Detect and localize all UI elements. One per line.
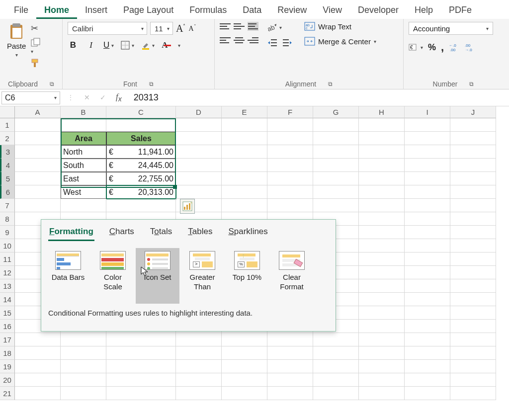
cell[interactable]	[405, 266, 450, 279]
cell[interactable]	[405, 132, 450, 145]
cell[interactable]: North	[61, 145, 106, 159]
cell[interactable]	[267, 132, 313, 145]
cell[interactable]	[176, 132, 222, 145]
cell[interactable]	[450, 266, 496, 279]
dialog-launcher-icon[interactable]: ⧉	[328, 81, 333, 87]
cell[interactable]	[106, 373, 176, 387]
row-header[interactable]: 3	[0, 145, 15, 159]
cell[interactable]	[61, 360, 106, 373]
cell[interactable]	[15, 373, 61, 387]
cell[interactable]	[61, 346, 106, 360]
qa-item-databars[interactable]: Data Bars	[46, 248, 90, 304]
tab-formulas[interactable]: Formulas	[181, 0, 235, 19]
row-header[interactable]: 1	[0, 118, 15, 132]
row-header[interactable]: 20	[0, 373, 15, 387]
cell[interactable]	[267, 333, 313, 346]
cell[interactable]	[405, 185, 450, 199]
cell[interactable]	[450, 185, 496, 199]
align-right-icon[interactable]	[248, 36, 258, 45]
worksheet-grid[interactable]: ABCDEFGHIJ 12AreaSales3North€11,941.004S…	[0, 106, 509, 400]
cell[interactable]	[61, 333, 106, 346]
orientation-button[interactable]: ab▾	[267, 23, 292, 32]
cell[interactable]: €11,941.00	[106, 145, 176, 159]
cell[interactable]	[176, 346, 222, 360]
qa-item-iconset[interactable]: Icon Set	[136, 248, 179, 304]
cell[interactable]	[359, 320, 405, 333]
cell[interactable]	[359, 387, 405, 400]
cell[interactable]: East	[61, 172, 106, 185]
cell[interactable]	[405, 346, 450, 360]
cell[interactable]	[405, 212, 450, 226]
cell[interactable]	[267, 360, 313, 373]
format-painter-icon[interactable]	[31, 59, 41, 68]
row-header[interactable]: 6	[0, 185, 15, 199]
font-color-button[interactable]: A▾	[162, 40, 180, 50]
row-header[interactable]: 15	[0, 306, 15, 320]
cell[interactable]	[450, 320, 496, 333]
qa-tab-formatting[interactable]: Formatting	[48, 225, 94, 241]
cell[interactable]	[222, 172, 267, 185]
cell[interactable]	[313, 373, 359, 387]
cell[interactable]	[359, 360, 405, 373]
cell[interactable]	[176, 373, 222, 387]
align-left-icon[interactable]	[220, 36, 231, 45]
cell[interactable]	[222, 333, 267, 346]
cell[interactable]	[176, 333, 222, 346]
cell[interactable]	[15, 333, 61, 346]
bold-button[interactable]: B	[68, 40, 79, 51]
increase-font-icon[interactable]: A˄	[176, 23, 185, 34]
row-header[interactable]: 7	[0, 199, 15, 212]
qa-tab-charts[interactable]: Charts	[108, 225, 135, 241]
cell[interactable]	[222, 346, 267, 360]
formula-input[interactable]: 20313	[129, 92, 159, 103]
cell[interactable]	[450, 172, 496, 185]
cell[interactable]	[222, 118, 267, 132]
row-header[interactable]: 16	[0, 320, 15, 333]
cell[interactable]	[405, 159, 450, 172]
row-header[interactable]: 17	[0, 333, 15, 346]
row-header[interactable]: 14	[0, 293, 15, 306]
qa-tab-tables[interactable]: Tables	[187, 225, 213, 241]
percent-button[interactable]: %	[428, 42, 436, 53]
cell[interactable]	[405, 387, 450, 400]
cell[interactable]	[359, 333, 405, 346]
cell[interactable]	[222, 360, 267, 373]
cut-icon[interactable]: ✂	[31, 23, 41, 34]
cell[interactable]	[450, 333, 496, 346]
dialog-launcher-icon[interactable]: ⧉	[50, 81, 54, 87]
cell[interactable]	[405, 306, 450, 320]
tab-insert[interactable]: Insert	[77, 0, 115, 19]
cell[interactable]	[359, 132, 405, 145]
cell[interactable]	[359, 239, 405, 252]
col-header-A[interactable]: A	[15, 106, 61, 118]
col-header-H[interactable]: H	[359, 106, 405, 118]
row-header[interactable]: 19	[0, 360, 15, 373]
cell[interactable]	[106, 387, 176, 400]
cell[interactable]	[405, 145, 450, 159]
row-header[interactable]: 18	[0, 346, 15, 360]
cell[interactable]	[15, 145, 61, 159]
align-middle-icon[interactable]	[234, 22, 245, 31]
cell[interactable]	[106, 360, 176, 373]
cell[interactable]	[106, 333, 176, 346]
cell[interactable]	[106, 199, 176, 212]
cell[interactable]	[61, 199, 106, 212]
tab-pdf[interactable]: PDFe	[441, 0, 480, 19]
qa-tab-sparklines[interactable]: Sparklines	[227, 225, 268, 241]
tab-home[interactable]: Home	[36, 0, 77, 19]
cell[interactable]	[15, 159, 61, 172]
merge-center-button[interactable]: Merge & Center▾	[304, 37, 376, 46]
cell[interactable]: South	[61, 159, 106, 172]
row-header[interactable]: 13	[0, 279, 15, 293]
cell[interactable]	[15, 132, 61, 145]
row-header[interactable]: 8	[0, 212, 15, 226]
cell[interactable]	[267, 373, 313, 387]
cell[interactable]	[267, 118, 313, 132]
qa-item-greater[interactable]: > Greater Than	[180, 248, 224, 304]
cell[interactable]: Sales	[106, 132, 176, 145]
tab-data[interactable]: Data	[235, 0, 269, 19]
cell[interactable]	[222, 185, 267, 199]
cell[interactable]	[405, 226, 450, 239]
cell[interactable]	[15, 360, 61, 373]
fill-color-button[interactable]: ▾	[141, 41, 155, 50]
